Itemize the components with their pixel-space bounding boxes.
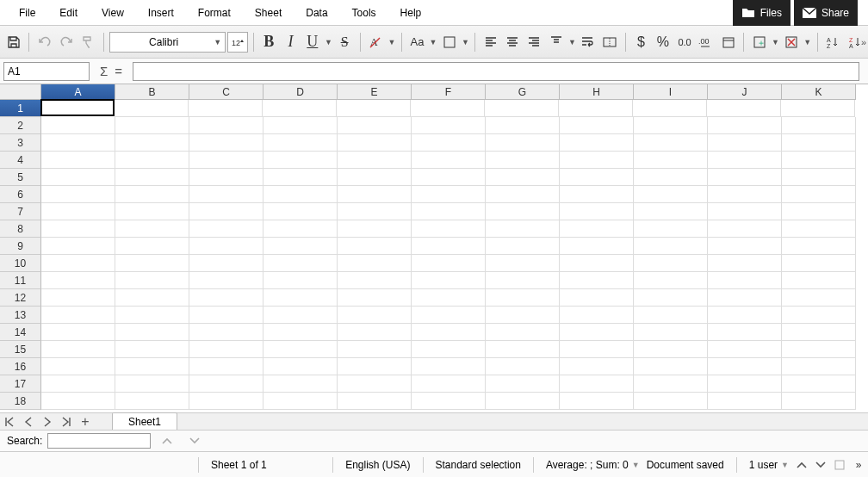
row-header-18[interactable]: 18	[0, 393, 41, 410]
cell-I7[interactable]	[634, 203, 708, 220]
cell-J9[interactable]	[708, 238, 782, 255]
cell-I14[interactable]	[634, 324, 708, 341]
cell-E13[interactable]	[338, 307, 412, 324]
cell-E12[interactable]	[338, 289, 412, 307]
cell-C7[interactable]	[189, 203, 264, 220]
cell-H6[interactable]	[560, 186, 634, 203]
cell-A12[interactable]	[41, 289, 115, 307]
col-header-G[interactable]: G	[486, 84, 560, 100]
font-color-split[interactable]: ▼	[429, 38, 437, 46]
menu-edit[interactable]: Edit	[47, 0, 90, 26]
cell-H17[interactable]	[560, 375, 634, 393]
cell-D10[interactable]	[264, 255, 338, 272]
cell-G14[interactable]	[486, 324, 560, 341]
cell-D16[interactable]	[264, 358, 338, 375]
cell-H16[interactable]	[560, 358, 634, 375]
cell-F6[interactable]	[412, 186, 486, 203]
cell-J18[interactable]	[708, 393, 782, 410]
cell-B10[interactable]	[115, 255, 189, 272]
cell-D2[interactable]	[264, 117, 338, 134]
row-header-17[interactable]: 17	[0, 375, 41, 393]
cell-F17[interactable]	[412, 375, 486, 393]
cell-K9[interactable]	[782, 238, 856, 255]
clear-format-split[interactable]: ▼	[388, 38, 396, 46]
cell-B13[interactable]	[115, 307, 189, 324]
cell-I3[interactable]	[634, 134, 708, 152]
formula-input[interactable]	[133, 62, 859, 81]
cell-G7[interactable]	[486, 203, 560, 220]
date-button[interactable]	[718, 31, 738, 53]
cell-H5[interactable]	[560, 169, 634, 186]
cell-J16[interactable]	[708, 358, 782, 375]
cell-I18[interactable]	[634, 393, 708, 410]
cell-J4[interactable]	[708, 152, 782, 169]
cell-G15[interactable]	[486, 341, 560, 358]
search-prev-button[interactable]	[156, 430, 178, 452]
col-header-F[interactable]: F	[412, 84, 486, 100]
cell-K6[interactable]	[782, 186, 856, 203]
cell-C5[interactable]	[189, 169, 264, 186]
menu-tools[interactable]: Tools	[340, 0, 388, 26]
bold-button[interactable]: B	[259, 31, 279, 53]
cell-F13[interactable]	[412, 307, 486, 324]
wrap-button[interactable]	[578, 31, 598, 53]
cell-D7[interactable]	[264, 203, 338, 220]
cell-C18[interactable]	[189, 393, 264, 410]
row-header-2[interactable]: 2	[0, 117, 41, 134]
cell-E5[interactable]	[338, 169, 412, 186]
cell-C4[interactable]	[189, 152, 264, 169]
cell-D11[interactable]	[264, 272, 338, 289]
row-header-14[interactable]: 14	[0, 324, 41, 341]
status-down-button[interactable]	[811, 454, 830, 476]
cell-C1[interactable]	[189, 100, 263, 117]
cell-C11[interactable]	[189, 272, 264, 289]
cell-F12[interactable]	[412, 289, 486, 307]
cell-I15[interactable]	[634, 341, 708, 358]
undo-button[interactable]	[34, 31, 54, 53]
cell-E7[interactable]	[338, 203, 412, 220]
sort-button[interactable]: AZ	[823, 31, 843, 53]
cell-I9[interactable]	[634, 238, 708, 255]
cell-I2[interactable]	[634, 117, 708, 134]
cell-E11[interactable]	[338, 272, 412, 289]
cell-H18[interactable]	[560, 393, 634, 410]
cell-C15[interactable]	[189, 341, 264, 358]
dec-add-button[interactable]: 0.0	[674, 31, 694, 53]
cell-A7[interactable]	[41, 203, 115, 220]
row-header-9[interactable]: 9	[0, 238, 41, 255]
cell-K10[interactable]	[782, 255, 856, 272]
align-center-button[interactable]	[503, 31, 523, 53]
cell-K15[interactable]	[782, 341, 856, 358]
row-header-12[interactable]: 12	[0, 289, 41, 307]
cell-G3[interactable]	[486, 134, 560, 152]
cell-A9[interactable]	[41, 238, 115, 255]
redo-button[interactable]	[56, 31, 76, 53]
cell-B2[interactable]	[115, 117, 189, 134]
cell-G18[interactable]	[486, 393, 560, 410]
col-header-K[interactable]: K	[782, 84, 856, 100]
underline-split[interactable]: ▼	[324, 38, 332, 46]
cell-H11[interactable]	[560, 272, 634, 289]
cell-K17[interactable]	[782, 375, 856, 393]
cell-G5[interactable]	[486, 169, 560, 186]
italic-button[interactable]: I	[281, 31, 301, 53]
col-header-D[interactable]: D	[264, 84, 338, 100]
cell-F2[interactable]	[412, 117, 486, 134]
cell-H15[interactable]	[560, 341, 634, 358]
cell-B15[interactable]	[115, 341, 189, 358]
cell-C16[interactable]	[189, 358, 264, 375]
cell-H14[interactable]	[560, 324, 634, 341]
cell-J2[interactable]	[708, 117, 782, 134]
search-input[interactable]	[47, 433, 151, 449]
status-up-button[interactable]	[792, 454, 811, 476]
cell-B9[interactable]	[115, 238, 189, 255]
cell-A18[interactable]	[41, 393, 115, 410]
equals-icon[interactable]: =	[115, 64, 122, 78]
cell-C12[interactable]	[189, 289, 264, 307]
col-header-J[interactable]: J	[708, 84, 782, 100]
cell-B1[interactable]	[115, 100, 189, 117]
cell-H1[interactable]	[559, 100, 633, 117]
cell-K5[interactable]	[782, 169, 856, 186]
cell-K14[interactable]	[782, 324, 856, 341]
clone-format-button[interactable]	[78, 31, 98, 53]
